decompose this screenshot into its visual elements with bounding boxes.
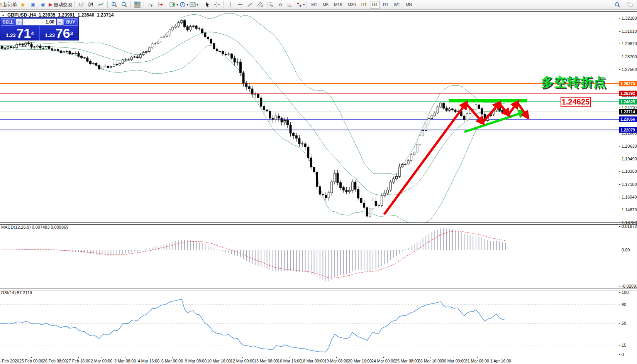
candle-chart-button[interactable] [86,1,96,8]
time-tick [290,357,290,358]
time-tick [360,357,360,358]
timeframe-h1[interactable]: H1 [359,1,369,8]
periods-dropdown-icon[interactable]: ▾ [186,3,188,7]
volume-down-button[interactable]: ▼ [16,19,22,25]
tile-windows-button[interactable] [132,1,142,8]
price-tick [619,197,620,197]
arrows-button[interactable]: ▾ [295,1,305,8]
time-label: 16 Mar 16:00 [278,359,302,363]
bar-chart-icon [78,2,84,8]
buy-price[interactable]: 1.23 76 3 [40,26,79,40]
cursor-button[interactable] [202,1,212,8]
time-tick [8,357,8,358]
add-indicator-dropdown-icon[interactable]: ▾ [176,3,178,7]
annotation-headline[interactable]: 多空转折点 [541,74,607,91]
toolbar-separator [223,1,224,8]
tile-windows-icon [134,2,141,8]
horizontal-line-icon [237,2,243,8]
current-price-badge: 1.23714 [619,109,637,115]
crosshair-button[interactable] [212,1,222,8]
rsi-label: 50 [622,321,626,325]
price-tick [619,222,620,223]
text-button[interactable]: A [275,1,285,8]
auto-scroll-button[interactable] [146,1,156,8]
signals-button[interactable]: ◉ [38,1,48,8]
timeframe-h4[interactable]: H4 [370,1,380,8]
search-icon [614,2,620,8]
level-badge-1.23056: 1.23056 [619,116,637,122]
text-label-button[interactable]: T [285,1,295,8]
panel-expander-icon[interactable]: ▲ [2,13,5,17]
sell-button[interactable]: SELL [1,18,15,26]
timeframe-m1[interactable]: M1 [309,1,319,8]
vertical-line-button[interactable] [225,1,235,8]
one-click-trade-panel: SELL ▼ 1.00 ▲ BUY 1.23 71 4 1.23 76 3 [0,17,79,40]
time-label: 9 Mar 08:00 [185,359,207,363]
macd-pane[interactable] [0,224,637,288]
chart-template-button[interactable]: ▾ [189,1,199,8]
annotation-resistance-bar[interactable] [449,99,527,103]
time-label: 18 Mar 00:00 [301,359,325,363]
chart-template-dropdown-icon[interactable]: ▾ [197,3,198,7]
zoom-in-button[interactable] [109,1,119,8]
buy-button[interactable]: BUY [63,18,78,26]
rsi-tick [619,323,620,324]
periods-button[interactable]: ▾ [179,1,189,8]
chart-shift-button[interactable] [156,1,166,8]
rsi-tick [619,292,620,293]
macd-histogram [2,228,505,281]
search-button[interactable] [612,1,622,8]
publish-icon: ▣ [30,2,35,7]
rsi-pane[interactable] [0,290,637,356]
volume-up-button[interactable]: ▲ [57,19,63,25]
timeframe-d1[interactable]: D1 [381,1,391,8]
volume-input[interactable]: 1.00 [22,19,56,25]
timeframe-m15[interactable]: M15 [332,1,344,8]
timeframe-m30[interactable]: M30 [345,1,358,8]
toolbar-separator [74,1,75,8]
autotrade-button[interactable]: ▶自动交易 [48,1,73,8]
fibonacci-button[interactable]: F [265,1,275,8]
chat-button[interactable] [625,1,635,8]
line-chart-button[interactable] [96,1,106,8]
time-tick [336,357,337,358]
zoom-out-icon [121,2,127,8]
price-tick [619,18,620,19]
time-tick [196,357,196,358]
add-indicator-button[interactable]: ▾ [169,1,179,8]
price-tick [619,171,620,172]
annotation-zigzag-arrow[interactable] [384,103,466,214]
bollinger-lower [0,46,505,222]
timeframe-mn[interactable]: MN [403,1,414,8]
time-tick [383,357,384,358]
annotation-price-label[interactable]: 1.24625 [561,97,591,107]
timeframe-w1[interactable]: W1 [391,1,403,8]
price-tick [619,133,620,133]
level-badge-1.25392: 1.25392 [619,91,637,96]
annotation-zigzag-arrow[interactable] [466,103,483,123]
timeframe-m5[interactable]: M5 [320,1,331,8]
line-chart-icon [98,2,104,8]
zoom-out-button[interactable] [119,1,129,8]
trend-line-button[interactable] [245,1,255,8]
pane-separator[interactable] [0,222,637,225]
publish-button[interactable]: ▣ [28,1,38,8]
candle-chart-icon [88,2,94,8]
annotation-zigzag-arrow[interactable] [483,103,499,123]
time-tick [407,357,407,358]
gold-button[interactable]: ◆ [18,1,28,8]
equidistant-channel-button[interactable]: E [255,1,265,8]
pane-separator[interactable] [0,288,637,290]
main-chart[interactable] [0,12,637,222]
time-label: 24 Mar 00:00 [371,359,395,363]
arrows-dropdown-icon[interactable]: ▾ [303,3,305,7]
annotation-zigzag-arrow[interactable] [508,103,517,115]
mt4-window: ▤新订单◆▣◉▶自动交易▾▾▾EFAT▾M1M5M15M30H1H4D1W1MN… [0,0,637,364]
bar-chart-button[interactable] [76,1,86,8]
horizontal-line-button[interactable] [235,1,245,8]
annotation-support-trendline[interactable] [464,112,524,132]
time-tick [55,357,55,358]
time-tick [266,357,266,358]
new-order-button[interactable]: ▤新订单 [0,1,18,8]
sell-price[interactable]: 1.23 71 4 [0,26,40,40]
